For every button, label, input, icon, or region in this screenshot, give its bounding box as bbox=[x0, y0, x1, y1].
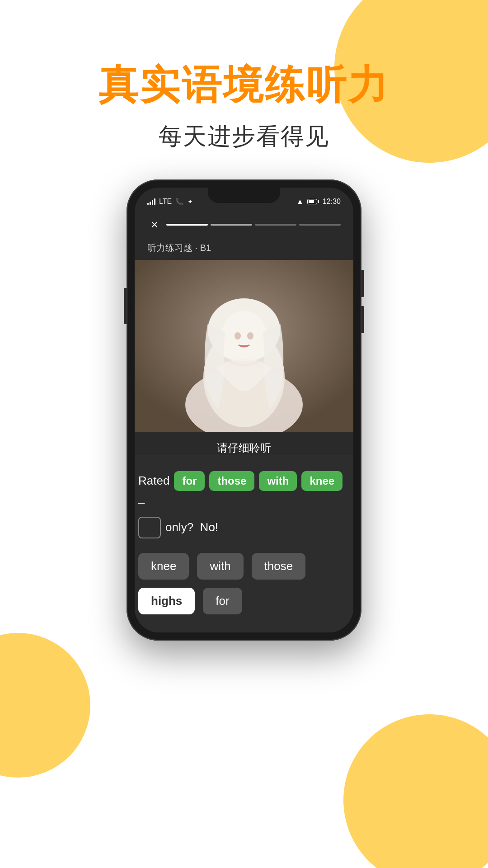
time-display: 12:30 bbox=[323, 198, 341, 206]
top-section: 真实语境练听力 每天进步看得见 bbox=[0, 0, 488, 152]
phone-notch bbox=[208, 188, 280, 203]
chip-for[interactable]: for bbox=[174, 471, 205, 491]
svg-point-7 bbox=[247, 332, 253, 340]
progress-area: × bbox=[135, 212, 353, 237]
progress-seg-2 bbox=[211, 224, 252, 226]
sentence-line-2: only? No! bbox=[138, 517, 350, 538]
choice-knee[interactable]: knee bbox=[138, 553, 189, 580]
phone-screen: LTE 📞 ✦ ▲ 12:30 bbox=[135, 188, 353, 632]
progress-seg-4 bbox=[299, 224, 341, 226]
bluetooth-icon: ✦ bbox=[188, 198, 193, 205]
call-icon: 📞 bbox=[175, 198, 184, 206]
choice-with[interactable]: with bbox=[197, 553, 243, 580]
wifi-icon: ▲ bbox=[296, 198, 304, 206]
lte-label: LTE bbox=[159, 198, 172, 206]
progress-seg-1 bbox=[166, 224, 208, 226]
volume-down-button bbox=[361, 306, 364, 333]
bg-arc-bottom-right bbox=[343, 714, 488, 868]
chip-knee[interactable]: knee bbox=[301, 471, 343, 491]
progress-seg-3 bbox=[255, 224, 296, 226]
video-figure bbox=[135, 260, 353, 432]
choice-those[interactable]: those bbox=[252, 553, 306, 580]
video-area[interactable] bbox=[135, 260, 353, 432]
chip-with[interactable]: with bbox=[259, 471, 297, 491]
status-right: ▲ 12:30 bbox=[296, 198, 341, 206]
word-rated: Rated bbox=[138, 474, 169, 488]
progress-bar bbox=[166, 224, 341, 226]
sub-title: 每天进步看得见 bbox=[0, 121, 488, 152]
dash-separator: – bbox=[138, 495, 145, 509]
phone-shell: LTE 📞 ✦ ▲ 12:30 bbox=[127, 179, 361, 641]
bottom-panel: Rated for those with knee – only? No! kn… bbox=[135, 455, 353, 632]
status-left: LTE 📞 ✦ bbox=[147, 198, 193, 206]
volume-up-button bbox=[361, 270, 364, 297]
battery-icon bbox=[307, 199, 319, 204]
chip-those[interactable]: those bbox=[209, 471, 254, 491]
word-choices: knee with those highs for bbox=[138, 553, 350, 614]
main-title: 真实语境练听力 bbox=[0, 63, 488, 107]
bg-circle-bottom-left bbox=[0, 633, 90, 778]
sentence-line-1: Rated for those with knee – bbox=[138, 471, 350, 509]
exercise-label: 听力练习题 · B1 bbox=[147, 242, 211, 254]
listen-prompt: 请仔细聆听 bbox=[135, 441, 353, 455]
choice-highs[interactable]: highs bbox=[138, 588, 195, 614]
signal-icon bbox=[147, 198, 155, 205]
choice-for[interactable]: for bbox=[203, 588, 242, 614]
close-button[interactable]: × bbox=[147, 217, 162, 232]
word-only: only? No! bbox=[165, 520, 218, 534]
blank-placeholder[interactable] bbox=[138, 517, 161, 538]
phone-mockup: LTE 📞 ✦ ▲ 12:30 bbox=[127, 179, 361, 641]
svg-point-6 bbox=[235, 332, 241, 340]
